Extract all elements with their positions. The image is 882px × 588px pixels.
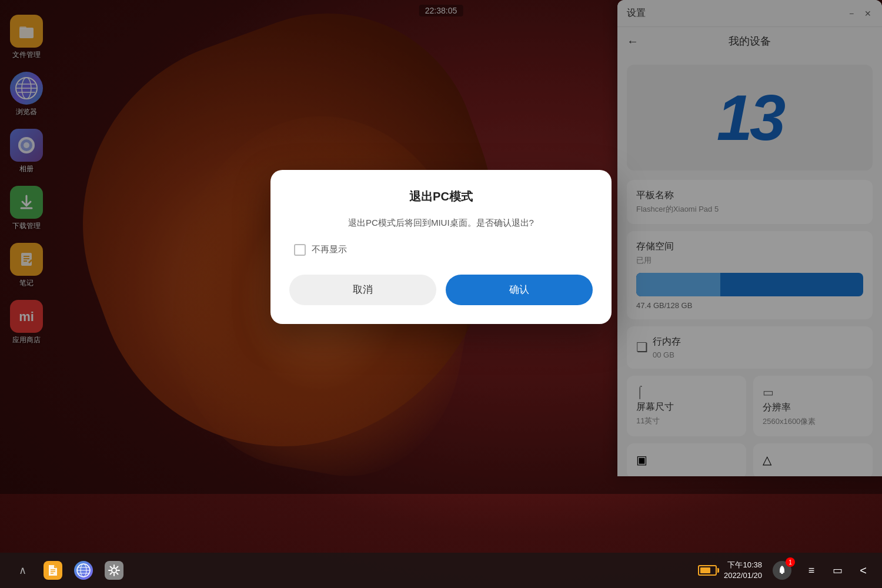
menu-icon: ≡ xyxy=(808,564,815,577)
dont-show-again-checkbox[interactable] xyxy=(294,244,306,256)
window-icon: ▭ xyxy=(833,564,843,577)
taskbar-settings-icon xyxy=(105,561,123,580)
taskbar-notes-icon xyxy=(44,561,62,580)
svg-rect-25 xyxy=(781,573,783,574)
dont-show-again-label: 不再显示 xyxy=(312,244,347,255)
battery-icon xyxy=(698,565,717,576)
chevron-icon: ∧ xyxy=(19,564,26,577)
taskbar-menu-button[interactable]: ≡ xyxy=(802,561,821,580)
taskbar-settings-app[interactable] xyxy=(101,557,127,583)
taskbar-right: 下午10:38 2022/01/20 1 ≡ ▭ < xyxy=(698,557,873,583)
taskbar: ∧ xyxy=(0,553,882,588)
dialog-message: 退出PC模式后将回到MIUI桌面。是否确认退出? xyxy=(289,216,593,230)
dialog-checkbox-row: 不再显示 xyxy=(289,244,593,256)
cancel-button[interactable]: 取消 xyxy=(289,275,436,305)
taskbar-window-button[interactable]: ▭ xyxy=(828,561,847,580)
dialog-title: 退出PC模式 xyxy=(289,189,593,205)
dialog-overlay: 退出PC模式 退出PC模式后将回到MIUI桌面。是否确认退出? 不再显示 取消 … xyxy=(0,0,882,494)
back-icon: < xyxy=(860,564,867,577)
taskbar-notes-app[interactable] xyxy=(40,557,66,583)
exit-pc-mode-dialog: 退出PC模式 退出PC模式后将回到MIUI桌面。是否确认退出? 不再显示 取消 … xyxy=(270,170,612,324)
taskbar-notification-icon[interactable]: 1 xyxy=(769,557,795,583)
notification-badge: 1 xyxy=(786,557,795,567)
dialog-buttons: 取消 确认 xyxy=(289,275,593,305)
taskbar-time-text: 下午10:38 xyxy=(724,560,762,570)
desktop: 22:38:05 文件管理 浏览器 xyxy=(0,0,882,588)
taskbar-browser-app[interactable] xyxy=(71,557,96,583)
svg-point-24 xyxy=(112,568,116,573)
taskbar-chevron[interactable]: ∧ xyxy=(9,557,35,583)
confirm-button[interactable]: 确认 xyxy=(446,275,593,305)
taskbar-time: 下午10:38 2022/01/20 xyxy=(724,560,762,581)
taskbar-date-text: 2022/01/20 xyxy=(724,570,762,581)
battery-fill xyxy=(700,567,710,573)
taskbar-back-button[interactable]: < xyxy=(854,561,873,580)
taskbar-browser-icon xyxy=(74,561,93,580)
taskbar-battery xyxy=(698,561,717,580)
